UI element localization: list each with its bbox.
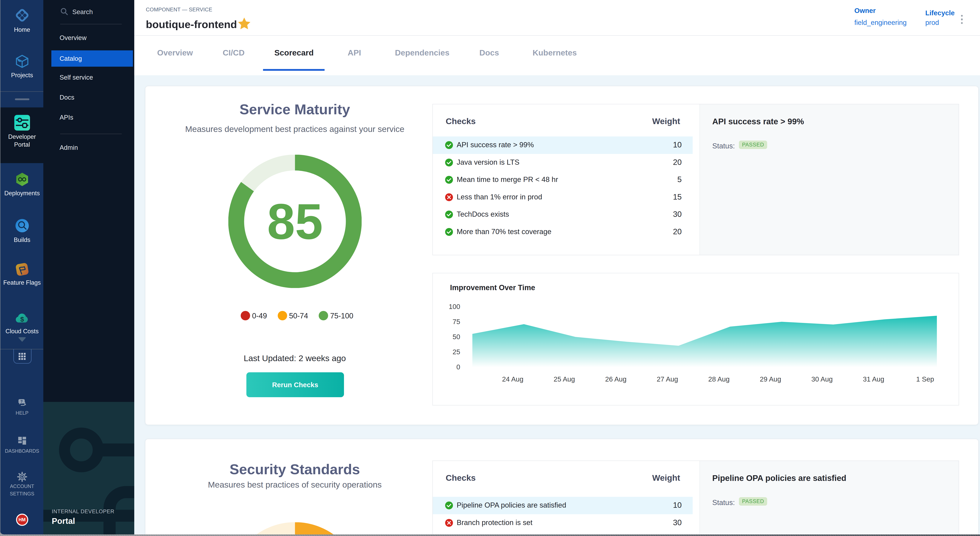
svg-text:25: 25 <box>453 348 460 356</box>
svg-text:85: 85 <box>267 194 323 250</box>
svg-text:$: $ <box>20 315 24 323</box>
svg-text:28 Aug: 28 Aug <box>708 375 730 383</box>
svg-text:50: 50 <box>453 333 460 340</box>
svg-text:31 Aug: 31 Aug <box>863 375 885 383</box>
svg-text:0: 0 <box>457 363 460 371</box>
svg-text:27 Aug: 27 Aug <box>657 375 678 383</box>
svg-text:30 Aug: 30 Aug <box>811 375 833 383</box>
svg-text:75: 75 <box>453 318 460 326</box>
svg-text:26 Aug: 26 Aug <box>605 375 627 383</box>
svg-text:?: ? <box>21 399 23 404</box>
svg-text:1 Sep: 1 Sep <box>916 375 934 383</box>
svg-text:100: 100 <box>449 303 460 310</box>
svg-text:25 Aug: 25 Aug <box>554 375 575 383</box>
svg-text:24 Aug: 24 Aug <box>502 375 523 383</box>
svg-text:29 Aug: 29 Aug <box>760 375 781 383</box>
